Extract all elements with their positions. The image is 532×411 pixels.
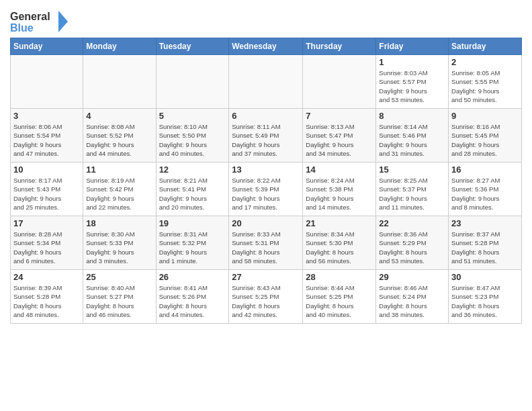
calendar-cell (156, 55, 229, 109)
calendar-cell: 21Sunrise: 8:34 AM Sunset: 5:30 PM Dayli… (303, 216, 376, 270)
calendar-cell: 25Sunrise: 8:40 AM Sunset: 5:27 PM Dayli… (83, 270, 156, 324)
day-number: 20 (232, 218, 300, 228)
day-info: Sunrise: 8:16 AM Sunset: 5:45 PM Dayligh… (451, 122, 519, 158)
day-info: Sunrise: 8:05 AM Sunset: 5:55 PM Dayligh… (451, 68, 519, 104)
logo: GeneralBlue (10, 9, 71, 34)
day-info: Sunrise: 8:40 AM Sunset: 5:27 PM Dayligh… (86, 283, 152, 319)
day-number: 15 (379, 165, 445, 175)
calendar-cell: 22Sunrise: 8:36 AM Sunset: 5:29 PM Dayli… (376, 216, 449, 270)
day-number: 28 (306, 272, 373, 282)
calendar-cell: 15Sunrise: 8:25 AM Sunset: 5:37 PM Dayli… (376, 163, 449, 216)
day-info: Sunrise: 8:34 AM Sunset: 5:30 PM Dayligh… (306, 230, 373, 265)
calendar-cell: 17Sunrise: 8:28 AM Sunset: 5:34 PM Dayli… (11, 216, 83, 270)
day-number: 4 (86, 111, 152, 121)
day-info: Sunrise: 8:43 AM Sunset: 5:25 PM Dayligh… (232, 283, 300, 319)
day-number: 12 (159, 165, 226, 175)
calendar-cell: 1Sunrise: 8:03 AM Sunset: 5:57 PM Daylig… (376, 55, 449, 109)
day-number: 27 (232, 272, 300, 282)
day-number: 5 (159, 111, 226, 121)
calendar-cell: 16Sunrise: 8:27 AM Sunset: 5:36 PM Dayli… (449, 163, 522, 216)
day-number: 30 (451, 272, 519, 282)
calendar-cell: 27Sunrise: 8:43 AM Sunset: 5:25 PM Dayli… (229, 270, 303, 324)
header: GeneralBlue (10, 7, 522, 34)
day-info: Sunrise: 8:31 AM Sunset: 5:32 PM Dayligh… (159, 230, 226, 265)
weekday-header-tuesday: Tuesday (156, 38, 229, 55)
calendar-cell (11, 55, 83, 109)
day-number: 10 (13, 165, 80, 175)
day-info: Sunrise: 8:46 AM Sunset: 5:24 PM Dayligh… (379, 283, 445, 319)
day-info: Sunrise: 8:27 AM Sunset: 5:36 PM Dayligh… (451, 176, 519, 212)
day-number: 8 (379, 111, 445, 121)
day-info: Sunrise: 8:19 AM Sunset: 5:42 PM Dayligh… (86, 176, 152, 212)
calendar-week-row: 1Sunrise: 8:03 AM Sunset: 5:57 PM Daylig… (11, 55, 522, 109)
day-info: Sunrise: 8:28 AM Sunset: 5:34 PM Dayligh… (13, 230, 80, 265)
weekday-header-sunday: Sunday (11, 38, 83, 55)
day-info: Sunrise: 8:24 AM Sunset: 5:38 PM Dayligh… (306, 176, 373, 212)
calendar-cell: 5Sunrise: 8:10 AM Sunset: 5:50 PM Daylig… (156, 109, 229, 163)
day-info: Sunrise: 8:17 AM Sunset: 5:43 PM Dayligh… (13, 176, 80, 212)
calendar-week-row: 24Sunrise: 8:39 AM Sunset: 5:28 PM Dayli… (11, 270, 522, 324)
weekday-header-thursday: Thursday (303, 38, 376, 55)
day-number: 17 (13, 218, 80, 228)
day-info: Sunrise: 8:08 AM Sunset: 5:52 PM Dayligh… (86, 122, 152, 158)
day-number: 25 (86, 272, 152, 282)
calendar-cell: 6Sunrise: 8:11 AM Sunset: 5:49 PM Daylig… (229, 109, 303, 163)
day-info: Sunrise: 8:13 AM Sunset: 5:47 PM Dayligh… (306, 122, 373, 158)
day-info: Sunrise: 8:39 AM Sunset: 5:28 PM Dayligh… (13, 283, 80, 319)
day-info: Sunrise: 8:41 AM Sunset: 5:26 PM Dayligh… (159, 283, 226, 319)
day-number: 2 (451, 57, 519, 67)
calendar-cell: 9Sunrise: 8:16 AM Sunset: 5:45 PM Daylig… (449, 109, 522, 163)
day-info: Sunrise: 8:21 AM Sunset: 5:41 PM Dayligh… (159, 176, 226, 212)
day-info: Sunrise: 8:11 AM Sunset: 5:49 PM Dayligh… (232, 122, 300, 158)
day-number: 1 (379, 57, 445, 67)
calendar-cell: 11Sunrise: 8:19 AM Sunset: 5:42 PM Dayli… (83, 163, 156, 216)
day-info: Sunrise: 8:06 AM Sunset: 5:54 PM Dayligh… (13, 122, 80, 158)
logo-svg: GeneralBlue (10, 9, 71, 34)
calendar-cell: 7Sunrise: 8:13 AM Sunset: 5:47 PM Daylig… (303, 109, 376, 163)
day-number: 23 (451, 218, 519, 228)
weekday-header-friday: Friday (376, 38, 449, 55)
calendar-cell: 13Sunrise: 8:22 AM Sunset: 5:39 PM Dayli… (229, 163, 303, 216)
day-number: 14 (306, 165, 373, 175)
day-number: 19 (159, 218, 226, 228)
calendar-cell: 28Sunrise: 8:44 AM Sunset: 5:25 PM Dayli… (303, 270, 376, 324)
day-info: Sunrise: 8:44 AM Sunset: 5:25 PM Dayligh… (306, 283, 373, 319)
calendar-cell: 14Sunrise: 8:24 AM Sunset: 5:38 PM Dayli… (303, 163, 376, 216)
calendar-table: SundayMondayTuesdayWednesdayThursdayFrid… (10, 38, 522, 324)
svg-text:General: General (10, 11, 50, 22)
calendar-cell (229, 55, 303, 109)
calendar-cell: 10Sunrise: 8:17 AM Sunset: 5:43 PM Dayli… (11, 163, 83, 216)
weekday-header-saturday: Saturday (449, 38, 522, 55)
calendar-cell: 2Sunrise: 8:05 AM Sunset: 5:55 PM Daylig… (449, 55, 522, 109)
calendar-cell: 12Sunrise: 8:21 AM Sunset: 5:41 PM Dayli… (156, 163, 229, 216)
calendar-cell: 24Sunrise: 8:39 AM Sunset: 5:28 PM Dayli… (11, 270, 83, 324)
day-number: 29 (379, 272, 445, 282)
day-info: Sunrise: 8:33 AM Sunset: 5:31 PM Dayligh… (232, 230, 300, 265)
day-info: Sunrise: 8:22 AM Sunset: 5:39 PM Dayligh… (232, 176, 300, 212)
calendar-cell: 19Sunrise: 8:31 AM Sunset: 5:32 PM Dayli… (156, 216, 229, 270)
day-number: 21 (306, 218, 373, 228)
calendar-cell: 4Sunrise: 8:08 AM Sunset: 5:52 PM Daylig… (83, 109, 156, 163)
calendar-week-row: 3Sunrise: 8:06 AM Sunset: 5:54 PM Daylig… (11, 109, 522, 163)
day-number: 13 (232, 165, 300, 175)
day-number: 26 (159, 272, 226, 282)
day-number: 6 (232, 111, 300, 121)
day-number: 9 (451, 111, 519, 121)
day-number: 22 (379, 218, 445, 228)
calendar-cell (303, 55, 376, 109)
calendar-cell: 18Sunrise: 8:30 AM Sunset: 5:33 PM Dayli… (83, 216, 156, 270)
day-info: Sunrise: 8:47 AM Sunset: 5:23 PM Dayligh… (451, 283, 519, 319)
day-number: 3 (13, 111, 80, 121)
calendar-cell: 3Sunrise: 8:06 AM Sunset: 5:54 PM Daylig… (11, 109, 83, 163)
day-number: 11 (86, 165, 152, 175)
day-info: Sunrise: 8:36 AM Sunset: 5:29 PM Dayligh… (379, 230, 445, 265)
svg-marker-2 (58, 11, 68, 32)
day-info: Sunrise: 8:25 AM Sunset: 5:37 PM Dayligh… (379, 176, 445, 212)
calendar-cell (83, 55, 156, 109)
calendar-cell: 30Sunrise: 8:47 AM Sunset: 5:23 PM Dayli… (449, 270, 522, 324)
calendar-cell: 29Sunrise: 8:46 AM Sunset: 5:24 PM Dayli… (376, 270, 449, 324)
weekday-header-wednesday: Wednesday (229, 38, 303, 55)
day-info: Sunrise: 8:14 AM Sunset: 5:46 PM Dayligh… (379, 122, 445, 158)
calendar-week-row: 10Sunrise: 8:17 AM Sunset: 5:43 PM Dayli… (11, 163, 522, 216)
calendar-cell: 20Sunrise: 8:33 AM Sunset: 5:31 PM Dayli… (229, 216, 303, 270)
